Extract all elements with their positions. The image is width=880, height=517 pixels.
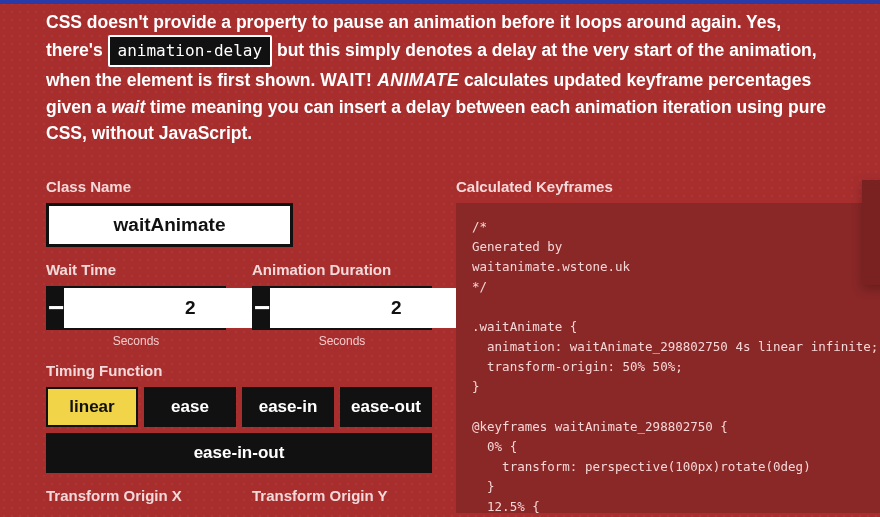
class-name-label: Class Name [46,178,432,195]
timing-linear[interactable]: linear [46,387,138,427]
transform-origin-x-group: Transform Origin X [46,487,226,512]
animation-duration-decrement[interactable]: − [254,288,270,328]
timing-ease-in[interactable]: ease-in [242,387,334,427]
preview-box: ! [862,180,880,285]
intro-part4: time meaning you can insert a delay betw… [46,97,826,143]
brand-animate: ANIMATE [377,70,459,90]
wait-time-unit: Seconds [46,334,226,348]
brand-wait: WAIT! [320,70,372,90]
class-name-group: Class Name [46,178,432,247]
timing-row: linear ease ease-in ease-out [46,387,432,427]
wait-time-label: Wait Time [46,261,226,278]
transform-origin-x-label: Transform Origin X [46,487,226,504]
animation-duration-label: Animation Duration [252,261,432,278]
wait-time-decrement[interactable]: − [48,288,64,328]
transform-origin-y-label: Transform Origin Y [252,487,432,504]
timing-ease[interactable]: ease [144,387,236,427]
output-column: Calculated Keyframes /* Generated by wai… [456,178,880,517]
timing-ease-out[interactable]: ease-out [340,387,432,427]
animation-duration-group: Animation Duration − + Seconds [252,261,432,348]
timing-function-label: Timing Function [46,362,432,379]
intro-text: CSS doesn't provide a property to pause … [46,9,834,146]
timing-ease-in-out[interactable]: ease-in-out [46,433,432,473]
controls-column: Class Name Wait Time − + Seconds Animati… [46,178,432,517]
class-name-input[interactable] [46,203,293,247]
em-wait: wait [111,97,145,117]
wait-time-stepper: − + [46,286,226,330]
wait-time-group: Wait Time − + Seconds [46,261,226,348]
transform-origin-y-group: Transform Origin Y [252,487,432,512]
timing-function-group: Timing Function linear ease ease-in ease… [46,362,432,473]
code-pill-animation-delay: animation-delay [108,35,273,67]
animation-duration-stepper: − + [252,286,432,330]
calculated-keyframes-label: Calculated Keyframes [456,178,880,195]
code-output[interactable]: /* Generated by waitanimate.wstone.uk */… [456,203,880,513]
animation-duration-unit: Seconds [252,334,432,348]
